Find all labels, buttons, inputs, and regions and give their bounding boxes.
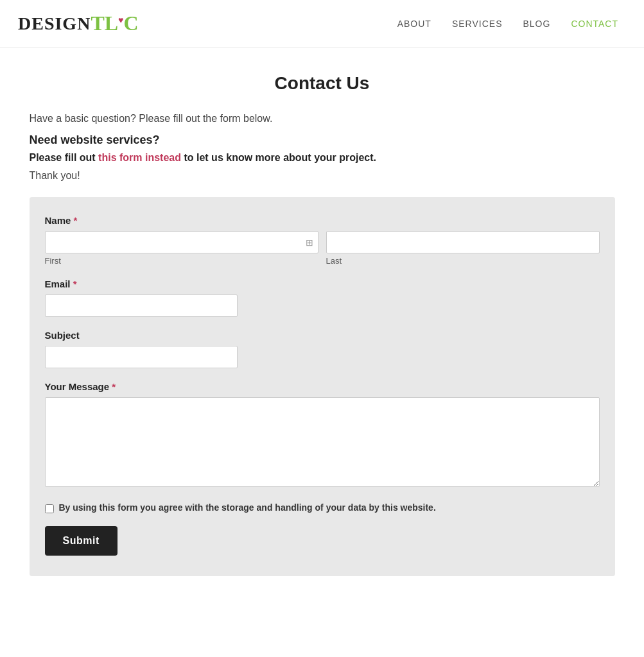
- logo-c: C: [123, 12, 138, 35]
- message-textarea[interactable]: [45, 397, 600, 487]
- email-input[interactable]: [45, 294, 238, 317]
- thank-you-text: Thank you!: [30, 170, 615, 182]
- email-required-star: *: [73, 278, 77, 289]
- subject-group: Subject: [45, 330, 600, 368]
- first-name-col: ⊞ First: [45, 231, 318, 266]
- last-name-input[interactable]: [326, 231, 600, 253]
- nav-services[interactable]: SERVICES: [452, 19, 503, 29]
- first-sublabel: First: [45, 256, 318, 266]
- message-required-star: *: [112, 381, 116, 392]
- email-label: Email *: [45, 278, 600, 289]
- consent-checkbox[interactable]: [45, 504, 54, 513]
- site-logo: DESIGN T L ♥ C: [18, 12, 138, 35]
- email-group: Email *: [45, 278, 600, 317]
- services-text-after: to let us know more about your project.: [181, 152, 376, 163]
- first-name-input-wrapper: ⊞: [45, 231, 318, 253]
- services-link[interactable]: this form instead: [98, 152, 181, 163]
- first-name-input[interactable]: [45, 231, 318, 253]
- services-text: Please fill out this form instead to let…: [30, 152, 615, 164]
- site-header: DESIGN T L ♥ C ABOUT SERVICES BLOG CONTA…: [0, 0, 644, 47]
- subject-input[interactable]: [45, 346, 238, 368]
- name-label: Name *: [45, 215, 600, 226]
- message-group: Your Message *: [45, 381, 600, 490]
- page-title: Contact Us: [30, 73, 615, 94]
- contact-form: Name * ⊞ First Last: [45, 215, 600, 556]
- nav-contact[interactable]: CONTACT: [571, 19, 618, 29]
- name-group: Name * ⊞ First Last: [45, 215, 600, 266]
- logo-l: L: [105, 12, 118, 35]
- name-required-star: *: [74, 215, 78, 226]
- logo-t: T: [91, 12, 104, 35]
- main-content: Contact Us Have a basic question? Please…: [14, 47, 631, 615]
- intro-text: Have a basic question? Please fill out t…: [30, 113, 615, 124]
- services-heading: Need website services?: [30, 133, 615, 147]
- main-nav: ABOUT SERVICES BLOG CONTACT: [397, 19, 618, 29]
- logo-design-text: DESIGN: [18, 13, 91, 34]
- last-sublabel: Last: [326, 256, 600, 266]
- subject-label: Subject: [45, 330, 600, 341]
- name-row: ⊞ First Last: [45, 231, 600, 266]
- consent-row: By using this form you agree with the st…: [45, 502, 600, 513]
- nav-about[interactable]: ABOUT: [397, 19, 431, 29]
- message-label: Your Message *: [45, 381, 600, 392]
- logo-heart: ♥: [118, 15, 123, 25]
- contact-form-container: Name * ⊞ First Last: [30, 197, 615, 576]
- services-text-before: Please fill out: [30, 152, 99, 163]
- consent-text: By using this form you agree with the st…: [59, 502, 436, 513]
- nav-blog[interactable]: BLOG: [523, 19, 550, 29]
- logo-tlc: T L ♥ C: [91, 12, 138, 35]
- submit-button[interactable]: Submit: [45, 526, 117, 556]
- last-name-col: Last: [326, 231, 600, 266]
